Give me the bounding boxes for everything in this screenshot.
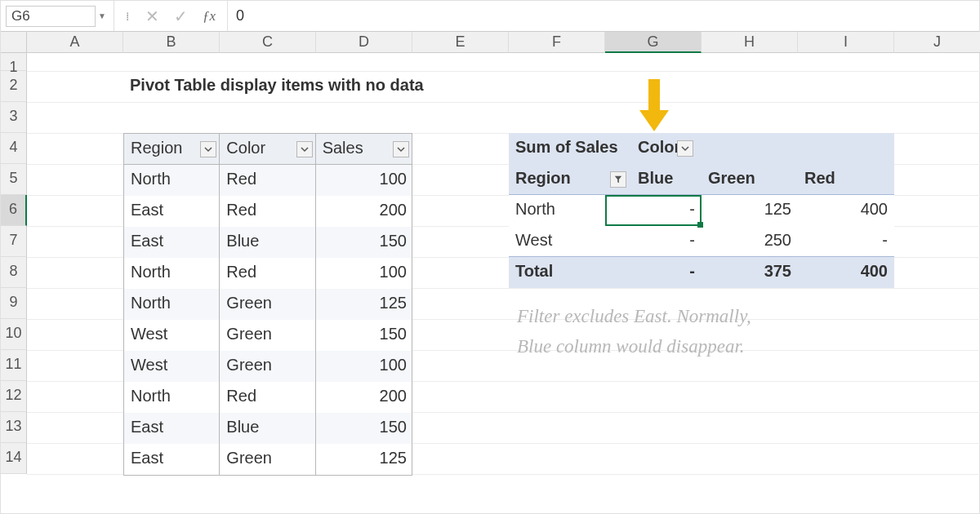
page-title: Pivot Table display items with no data [123, 71, 430, 95]
pivot-row-field-label: Region [509, 164, 631, 194]
pivot-value[interactable]: - [631, 226, 702, 256]
chevron-down-icon[interactable] [200, 141, 216, 157]
table-cell[interactable]: 100 [316, 165, 412, 196]
pivot-value[interactable]: - [798, 226, 894, 256]
table-cell[interactable]: 125 [316, 444, 412, 475]
table-row: NorthRed200 [124, 382, 412, 413]
table-cell[interactable]: 150 [316, 320, 412, 351]
table-cell[interactable]: Green [220, 289, 315, 320]
accept-icon[interactable]: ✓ [174, 7, 188, 26]
table-cell[interactable]: Green [220, 320, 315, 351]
table-cell[interactable]: East [124, 227, 220, 258]
row-header[interactable]: 1 [1, 53, 27, 71]
table-cell[interactable]: North [124, 289, 220, 320]
table-cell[interactable]: Red [220, 258, 315, 289]
row-header[interactable]: 3 [1, 102, 27, 133]
table-cell[interactable]: West [124, 320, 220, 351]
table-cell[interactable]: Blue [220, 227, 315, 258]
col-header[interactable]: H [702, 32, 798, 53]
pivot-table: Sum of Sales Color Region Blue Green Red… [509, 133, 894, 288]
chevron-down-icon[interactable] [296, 141, 313, 157]
pivot-col-header: Green [702, 164, 798, 194]
table-cell[interactable]: North [124, 382, 220, 413]
svg-marker-1 [639, 110, 669, 131]
col-header[interactable]: E [412, 32, 509, 53]
table-cell[interactable]: West [124, 351, 220, 382]
row-headers: 1 2 3 4 5 6 7 8 9 10 11 12 13 14 [1, 53, 27, 474]
filter-icon[interactable] [610, 171, 626, 188]
table-cell[interactable]: Green [220, 351, 315, 382]
table-row: WestGreen150 [124, 320, 412, 351]
col-header[interactable]: G [605, 32, 702, 53]
row-header[interactable]: 14 [1, 443, 27, 474]
pivot-total-value: 400 [798, 257, 894, 288]
col-header[interactable]: D [316, 32, 412, 53]
select-all-corner[interactable] [1, 32, 27, 53]
table-cell[interactable]: Green [220, 444, 315, 475]
table-cell[interactable]: 200 [316, 382, 412, 413]
fx-icon[interactable]: ƒx [203, 8, 216, 24]
row-header[interactable]: 7 [1, 226, 27, 257]
table-cell[interactable]: 100 [316, 258, 412, 289]
pivot-values-label: Sum of Sales [509, 133, 631, 164]
pivot-total-value: 375 [702, 257, 798, 288]
table-row: WestGreen100 [124, 351, 412, 382]
excel-window: ▼ ⁞ ✕ ✓ ƒx 1 2 3 4 5 6 7 8 9 10 11 [0, 0, 980, 514]
pivot-value[interactable]: 250 [702, 226, 798, 256]
row-header[interactable]: 11 [1, 350, 27, 381]
table-cell[interactable]: East [124, 196, 220, 227]
table-cell[interactable]: North [124, 165, 220, 196]
row-header[interactable]: 6 [1, 195, 27, 226]
row-header[interactable]: 13 [1, 412, 27, 443]
table-row: NorthRed100 [124, 165, 412, 196]
table-cell[interactable]: 100 [316, 351, 412, 382]
cancel-icon[interactable]: ✕ [145, 7, 159, 26]
table-cell[interactable]: Red [220, 382, 315, 413]
table-cell[interactable]: North [124, 258, 220, 289]
row-header[interactable]: 8 [1, 257, 27, 288]
col-header[interactable]: C [220, 32, 316, 53]
pivot-row: West - 250 - [509, 226, 894, 257]
table-cell[interactable]: 200 [316, 196, 412, 227]
table-row: EastBlue150 [124, 227, 412, 258]
chevron-down-icon[interactable] [677, 140, 693, 157]
table-cell[interactable]: 125 [316, 289, 412, 320]
pivot-row: North - 125 400 [509, 195, 894, 226]
pivot-col-header: Blue [631, 164, 702, 194]
table-row: NorthRed100 [124, 258, 412, 289]
table-cell[interactable]: East [124, 413, 220, 444]
col-header[interactable]: J [894, 32, 980, 53]
table-cell[interactable]: Red [220, 165, 315, 196]
row-header[interactable]: 10 [1, 319, 27, 350]
col-header[interactable]: B [123, 32, 220, 53]
chevron-down-icon[interactable] [393, 141, 409, 157]
formula-input[interactable] [228, 1, 979, 31]
table-cell[interactable]: Blue [220, 413, 315, 444]
pivot-value[interactable]: 400 [798, 195, 894, 226]
row-header[interactable]: 4 [1, 133, 27, 164]
table-cell[interactable]: 150 [316, 227, 412, 258]
pivot-total-label: Total [509, 257, 631, 288]
table-header: Sales [316, 134, 412, 164]
col-header[interactable]: F [509, 32, 605, 53]
formula-bar: ▼ ⁞ ✕ ✓ ƒx [1, 1, 979, 32]
pivot-col-header: Red [798, 164, 894, 194]
annotation-arrow-icon [636, 78, 674, 135]
row-header[interactable]: 9 [1, 288, 27, 319]
pivot-value[interactable]: - [631, 195, 702, 226]
row-header[interactable]: 12 [1, 381, 27, 412]
pivot-value[interactable]: 125 [702, 195, 798, 226]
row-header[interactable]: 5 [1, 164, 27, 195]
namebox-dropdown-icon[interactable]: ▼ [96, 11, 109, 20]
source-table: Region Color Sales NorthRed100EastRed200… [123, 133, 412, 476]
table-cell[interactable]: Red [220, 196, 315, 227]
formula-handle-icon[interactable]: ⁞ [126, 10, 131, 23]
namebox[interactable] [6, 6, 96, 27]
table-header: Region [124, 134, 220, 164]
col-header[interactable]: A [27, 32, 123, 53]
pivot-total-value: - [631, 257, 702, 288]
col-header[interactable]: I [798, 32, 894, 53]
table-cell[interactable]: East [124, 444, 220, 475]
table-row: EastBlue150 [124, 413, 412, 444]
table-cell[interactable]: 150 [316, 413, 412, 444]
